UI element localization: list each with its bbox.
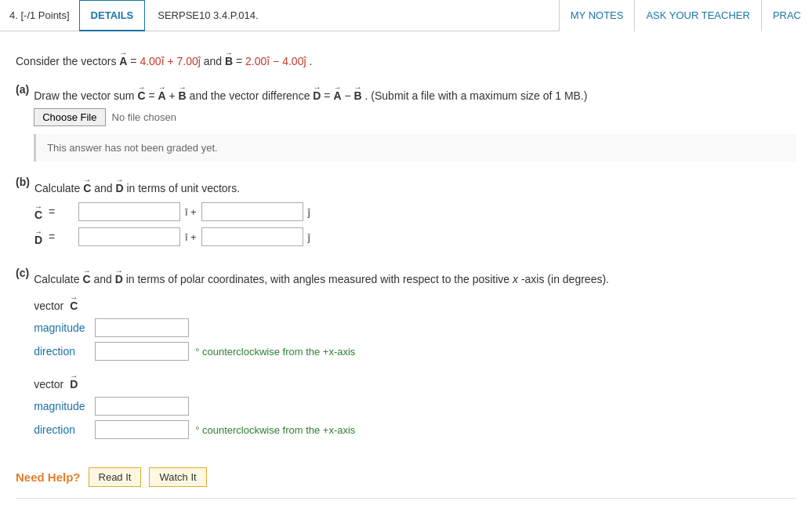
magnitude-label-c: magnitude [34,321,89,334]
vector-D-notation: → D [313,89,324,102]
vector-B-value: 2.00î − 4.00ĵ [245,55,306,67]
direction-d-input[interactable] [95,420,189,439]
problem-intro: Consider the vectors → A = 4.00î + 7.00ĵ… [16,44,796,72]
vector-D-b: → D [115,182,126,194]
polar-d-magnitude-row: magnitude [34,397,796,416]
vector-A-notation: → A [119,55,130,67]
file-instruction: . (Submit a file with a maximum size of … [365,89,588,102]
part-c-text-end: -axis (in degrees). [521,273,609,285]
vec-d-label: → D = [34,227,74,246]
main-content: Consider the vectors → A = 4.00î + 7.00ĵ… [0,31,812,511]
vector-C-notation: → C [137,89,148,102]
polar-section-c: vector → C magnitude direction ° counter [34,293,796,439]
vector-A-ref2: → A [333,89,344,102]
vector-A-value: 4.00î + 7.00ĵ [140,55,200,67]
part-b-text: Calculate [34,182,83,194]
part-a-row: (a) Draw the vector sum → C = → A + [16,83,796,162]
and-b: and [94,182,115,194]
no-file-text: No file chosen [112,111,176,123]
vector-d-row: → D = î + ĵ [34,227,796,246]
counterclockwise-d: ° counterclockwise from the +x-axis [195,424,355,436]
points-label: 4. [-/1 Points] [0,9,79,21]
c-i-input[interactable] [78,202,180,221]
and-diff: and the vector difference [190,89,314,102]
c-i-hat: î + [185,206,197,218]
grading-box: This answer has not been graded yet. [34,134,796,162]
c-equals-sign: = [49,205,55,218]
polar-c-magnitude-row: magnitude [34,318,796,337]
choose-file-button[interactable]: Choose File [34,108,105,126]
part-b: (b) Calculate → C and → D in terms of [16,176,796,252]
part-c: (c) Calculate → C and → D in terms of [16,267,796,444]
vector-c-row: → C = î + ĵ [34,202,796,221]
need-help-label: Need Help? [16,470,81,484]
problem-id: SERPSE10 3.4.P.014. [145,9,559,21]
part-a-content: Draw the vector sum → C = → A + [34,83,796,162]
and-text: and [204,55,225,67]
part-a: (a) Draw the vector sum → C = → A + [16,83,796,162]
c-j-hat: ĵ [308,206,310,218]
part-b-label: (b) [16,176,30,188]
and-c: and [93,273,114,285]
polar-d-direction-row: direction ° counterclockwise from the +x… [34,420,796,439]
x-axis-label: x [513,273,518,285]
vector-D-c: → D [115,273,126,285]
ask-teacher-button[interactable]: ASK YOUR TEACHER [634,0,760,31]
header-right-buttons: MY NOTES ASK YOUR TEACHER PRAC [559,0,812,31]
d-equals: = [324,89,333,102]
direction-label-d: direction [34,423,89,436]
part-c-text-prefix: Calculate [34,273,82,285]
direction-c-input[interactable] [95,342,189,361]
polar-c-direction-row: direction ° counterclockwise from the +x… [34,342,796,361]
part-c-row: (c) Calculate → C and → D in terms of [16,267,796,444]
d-i-hat: î + [185,231,197,243]
read-it-button[interactable]: Read It [89,467,142,487]
part-a-label: (a) [16,83,29,96]
direction-label-c: direction [34,345,89,358]
d-equals-sign: = [49,231,55,243]
vec-c-label: → C = [34,202,74,221]
d-j-input[interactable] [201,227,303,246]
magnitude-d-input[interactable] [95,397,189,416]
vector-inputs-b: → C = î + ĵ → [34,202,796,246]
part-c-text-middle: in terms of polar coordinates, with angl… [126,273,513,285]
page-header: 4. [-/1 Points] DETAILS SERPSE10 3.4.P.0… [0,0,812,31]
minus-sign: − [344,89,353,102]
vector-C-c: → C [82,273,93,285]
polar-c-label: vector → C [34,293,796,312]
part-c-content: Calculate → C and → D in terms of polar … [34,267,796,444]
part-a-text: Draw the vector sum [34,89,137,102]
vector-A-ref: → A [158,89,169,102]
part-b-suffix: in terms of unit vectors. [126,182,240,194]
need-help-section: Need Help? Read It Watch It [16,459,796,487]
plus-sign: + [169,89,179,102]
intro-text: Consider the vectors [16,55,119,67]
counterclockwise-c: ° counterclockwise from the +x-axis [195,346,355,358]
part-b-row: (b) Calculate → C and → D in terms of [16,176,796,252]
details-button[interactable]: DETAILS [79,0,146,31]
magnitude-c-input[interactable] [95,318,189,337]
file-upload-area: Choose File No file chosen [34,108,796,126]
c-j-input[interactable] [201,202,303,221]
equals-sign-b: = [236,55,245,67]
vector-C-b: → C [83,182,94,194]
vector-B-ref: → B [179,89,190,102]
practice-button[interactable]: PRAC [761,0,812,31]
vector-B-notation: → B [225,55,236,67]
grading-message: This answer has not been graded yet. [47,142,218,154]
period: . [309,55,312,67]
c-equals: = [148,89,158,102]
d-i-input[interactable] [78,227,180,246]
d-j-hat: ĵ [308,231,310,243]
watch-it-button[interactable]: Watch It [149,467,206,487]
magnitude-label-d: magnitude [34,400,89,412]
bottom-divider [16,498,796,499]
my-notes-button[interactable]: MY NOTES [559,0,635,31]
polar-d-label: vector → D [34,372,796,390]
part-b-content: Calculate → C and → D in terms of unit v… [34,176,796,252]
equals-sign: = [130,55,140,67]
vector-B-ref2: → B [354,89,365,102]
part-c-label: (c) [16,267,29,279]
